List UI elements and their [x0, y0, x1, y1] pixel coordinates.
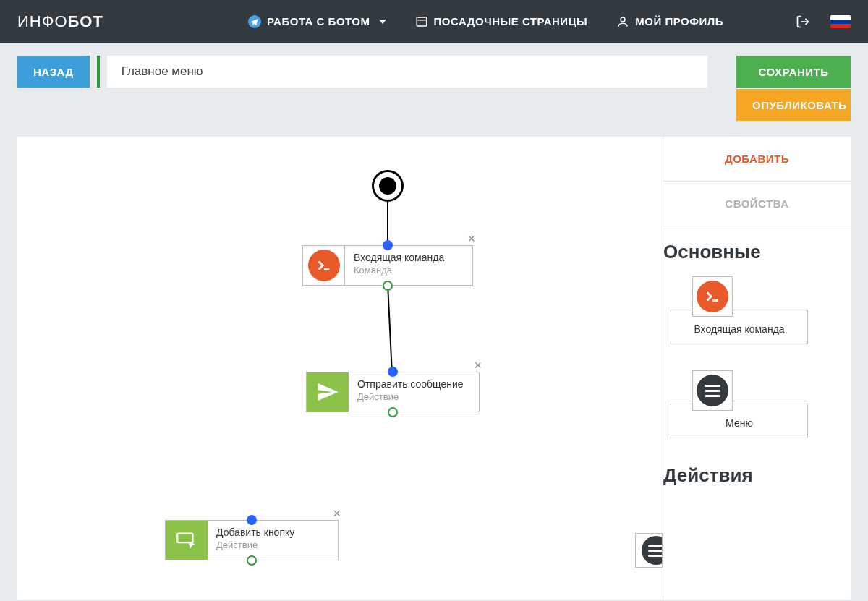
svg-line-6 — [388, 284, 392, 374]
back-button[interactable]: НАЗАД — [17, 56, 90, 88]
node-send-message[interactable]: Отправить сообщение Действие × — [306, 372, 480, 412]
close-icon[interactable]: × — [467, 231, 475, 247]
logo-text-light: ИНФО — [17, 12, 68, 30]
palette-menu[interactable]: Меню — [663, 370, 836, 446]
edge-n1-n2 — [386, 284, 394, 374]
node-partial[interactable] — [635, 533, 663, 568]
flow-title-input[interactable] — [107, 56, 707, 88]
app-header: ИНФОБОТ РАБОТА С БОТОМ ПОСАДОЧНЫЕ СТРАНИ… — [0, 0, 868, 43]
node-subtitle: Действие — [357, 391, 464, 402]
close-icon[interactable]: × — [474, 358, 482, 373]
node-subtitle: Действие — [216, 540, 313, 550]
port-in[interactable] — [388, 367, 398, 377]
tab-properties[interactable]: СВОЙСТВА — [663, 182, 851, 226]
menu-icon — [697, 375, 728, 406]
sidebar: ДОБАВИТЬ СВОЙСТВА Основные Входящая кома… — [663, 137, 851, 600]
port-in[interactable] — [383, 240, 393, 250]
tab-add[interactable]: ДОБАВИТЬ — [663, 137, 851, 182]
palette-label: Входящая команда — [671, 310, 808, 344]
section-heading: Основные — [663, 241, 836, 263]
port-in[interactable] — [247, 515, 257, 525]
svg-rect-1 — [417, 17, 427, 26]
logo: ИНФОБОТ — [17, 12, 103, 31]
node-add-button[interactable]: Добавить кнопку Действие × — [165, 520, 339, 560]
main: Входящая команда Команда × Отправить соо… — [17, 137, 851, 600]
section-heading: Действия — [663, 464, 836, 487]
port-out[interactable] — [247, 555, 257, 566]
palette-label: Меню — [671, 404, 808, 438]
telegram-icon — [248, 15, 261, 28]
nav-label: РАБОТА С БОТОМ — [267, 15, 370, 27]
port-out[interactable] — [383, 281, 393, 291]
language-flag-ru[interactable] — [830, 15, 851, 28]
terminal-icon — [697, 281, 728, 312]
node-incoming-command[interactable]: Входящая команда Команда × — [302, 245, 473, 286]
chevron-down-icon — [379, 20, 386, 24]
publish-button[interactable]: ОПУБЛИКОВАТЬ — [736, 89, 851, 121]
action-buttons: СОХРАНИТЬ ОПУБЛИКОВАТЬ — [736, 56, 851, 121]
main-nav: РАБОТА С БОТОМ ПОСАДОЧНЫЕ СТРАНИЦЫ МОЙ П… — [248, 15, 723, 28]
toolbar: НАЗАД СОХРАНИТЬ ОПУБЛИКОВАТЬ — [0, 43, 868, 121]
port-out[interactable] — [388, 407, 398, 417]
header-right — [796, 14, 851, 29]
nav-profile[interactable]: МОЙ ПРОФИЛЬ — [616, 15, 723, 28]
save-button[interactable]: СОХРАНИТЬ — [736, 56, 851, 88]
canvas[interactable]: Входящая команда Команда × Отправить соо… — [17, 137, 663, 600]
user-icon — [616, 15, 629, 28]
nav-work-with-bot[interactable]: РАБОТА С БОТОМ — [248, 15, 386, 28]
palette-incoming-command[interactable]: Входящая команда — [663, 276, 836, 351]
node-title: Входящая команда — [354, 252, 451, 263]
logo-text-bold: БОТ — [68, 12, 103, 30]
button-click-icon — [166, 521, 208, 560]
page-icon — [415, 15, 428, 28]
nav-label: МОЙ ПРОФИЛЬ — [635, 15, 723, 27]
logout-icon[interactable] — [796, 14, 810, 29]
terminal-icon — [303, 246, 345, 285]
node-subtitle: Команда — [354, 265, 451, 276]
node-title: Отправить сообщение — [357, 378, 464, 390]
node-title: Добавить кнопку — [216, 527, 313, 538]
section-basic: Основные Входящая команда Меню Действия — [663, 226, 851, 507]
paper-plane-icon — [307, 372, 349, 412]
divider — [97, 56, 100, 88]
svg-point-3 — [621, 17, 625, 22]
close-icon[interactable]: × — [333, 506, 341, 521]
menu-icon — [648, 545, 663, 557]
nav-landing-pages[interactable]: ПОСАДОЧНЫЕ СТРАНИЦЫ — [415, 15, 588, 28]
svg-rect-9 — [178, 534, 192, 542]
nav-label: ПОСАДОЧНЫЕ СТРАНИЦЫ — [434, 15, 588, 27]
start-node[interactable] — [372, 170, 404, 202]
